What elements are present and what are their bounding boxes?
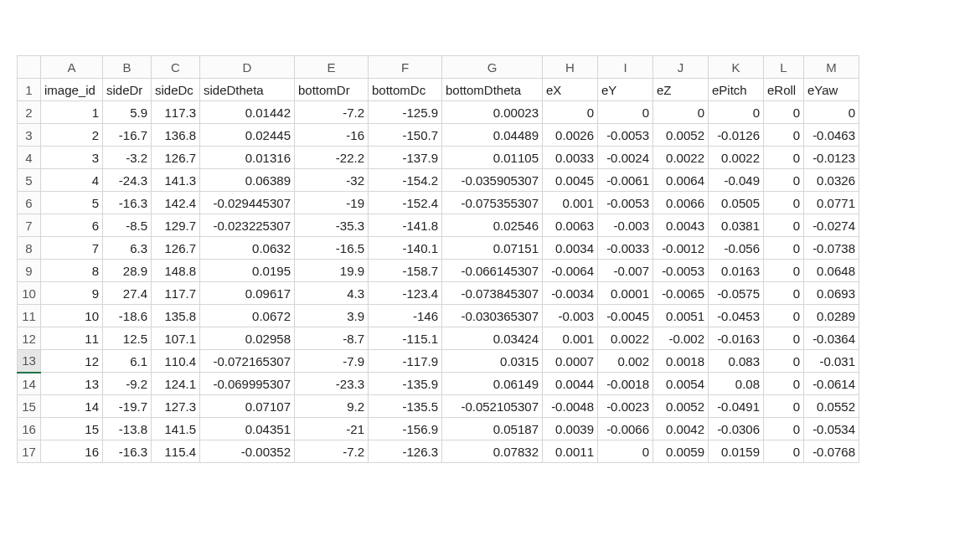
cell-F8[interactable]: -140.1 <box>369 237 442 260</box>
cell-J17[interactable]: 0.0059 <box>653 440 709 463</box>
cell-C6[interactable]: 142.4 <box>152 192 200 214</box>
cell-G6[interactable]: -0.075355307 <box>442 192 543 214</box>
cell-J1[interactable]: eZ <box>653 79 709 101</box>
cell-G14[interactable]: 0.06149 <box>442 373 543 395</box>
cell-I8[interactable]: -0.0033 <box>598 237 653 260</box>
cell-E5[interactable]: -32 <box>295 169 369 192</box>
cell-M1[interactable]: eYaw <box>804 79 859 101</box>
cell-K2[interactable]: 0 <box>709 101 764 124</box>
cell-B12[interactable]: 12.5 <box>103 327 152 350</box>
cell-A10[interactable]: 9 <box>41 282 103 305</box>
cell-A4[interactable]: 3 <box>41 147 103 169</box>
cell-J10[interactable]: -0.0065 <box>653 282 709 305</box>
column-header-H[interactable]: H <box>543 56 598 79</box>
column-header-B[interactable]: B <box>103 56 152 79</box>
cell-A13[interactable]: 12 <box>41 350 103 373</box>
cell-H5[interactable]: 0.0045 <box>543 169 598 192</box>
cell-A14[interactable]: 13 <box>41 373 103 395</box>
cell-M15[interactable]: 0.0552 <box>804 395 859 418</box>
cell-K17[interactable]: 0.0159 <box>709 440 764 463</box>
cell-F4[interactable]: -137.9 <box>369 147 442 169</box>
cell-C4[interactable]: 126.7 <box>152 147 200 169</box>
row-header-17[interactable]: 17 <box>18 440 41 463</box>
cell-C14[interactable]: 124.1 <box>152 373 200 395</box>
cell-L2[interactable]: 0 <box>764 101 804 124</box>
cell-H12[interactable]: 0.001 <box>543 327 598 350</box>
column-header-L[interactable]: L <box>764 56 804 79</box>
column-header-K[interactable]: K <box>709 56 764 79</box>
cell-F12[interactable]: -115.1 <box>369 327 442 350</box>
cell-A3[interactable]: 2 <box>41 124 103 147</box>
cell-J7[interactable]: 0.0043 <box>653 214 709 237</box>
cell-J8[interactable]: -0.0012 <box>653 237 709 260</box>
cell-H13[interactable]: 0.0007 <box>543 350 598 373</box>
cell-J13[interactable]: 0.0018 <box>653 350 709 373</box>
cell-M16[interactable]: -0.0534 <box>804 418 859 440</box>
cell-B5[interactable]: -24.3 <box>103 169 152 192</box>
cell-G11[interactable]: -0.030365307 <box>442 305 543 327</box>
cell-A2[interactable]: 1 <box>41 101 103 124</box>
cell-E10[interactable]: 4.3 <box>295 282 369 305</box>
cell-M17[interactable]: -0.0768 <box>804 440 859 463</box>
cell-L17[interactable]: 0 <box>764 440 804 463</box>
cell-B10[interactable]: 27.4 <box>103 282 152 305</box>
cell-A9[interactable]: 8 <box>41 260 103 282</box>
cell-C1[interactable]: sideDc <box>152 79 200 101</box>
cell-B7[interactable]: -8.5 <box>103 214 152 237</box>
cell-D4[interactable]: 0.01316 <box>200 147 295 169</box>
cell-K12[interactable]: -0.0163 <box>709 327 764 350</box>
cell-C10[interactable]: 117.7 <box>152 282 200 305</box>
cell-E9[interactable]: 19.9 <box>295 260 369 282</box>
cell-B6[interactable]: -16.3 <box>103 192 152 214</box>
cell-F1[interactable]: bottomDc <box>369 79 442 101</box>
cell-D9[interactable]: 0.0195 <box>200 260 295 282</box>
cell-M13[interactable]: -0.031 <box>804 350 859 373</box>
cell-C11[interactable]: 135.8 <box>152 305 200 327</box>
cell-E1[interactable]: bottomDr <box>295 79 369 101</box>
cell-J3[interactable]: 0.0052 <box>653 124 709 147</box>
row-header-15[interactable]: 15 <box>18 395 41 418</box>
cell-H11[interactable]: -0.003 <box>543 305 598 327</box>
cell-B3[interactable]: -16.7 <box>103 124 152 147</box>
cell-G8[interactable]: 0.07151 <box>442 237 543 260</box>
row-header-2[interactable]: 2 <box>18 101 41 124</box>
cell-I5[interactable]: -0.0061 <box>598 169 653 192</box>
cell-L14[interactable]: 0 <box>764 373 804 395</box>
cell-J14[interactable]: 0.0054 <box>653 373 709 395</box>
cell-M6[interactable]: 0.0771 <box>804 192 859 214</box>
cell-G13[interactable]: 0.0315 <box>442 350 543 373</box>
cell-L10[interactable]: 0 <box>764 282 804 305</box>
cell-B15[interactable]: -19.7 <box>103 395 152 418</box>
cell-H10[interactable]: -0.0034 <box>543 282 598 305</box>
cell-F6[interactable]: -152.4 <box>369 192 442 214</box>
cell-A8[interactable]: 7 <box>41 237 103 260</box>
cell-J6[interactable]: 0.0066 <box>653 192 709 214</box>
cell-J5[interactable]: 0.0064 <box>653 169 709 192</box>
cell-J2[interactable]: 0 <box>653 101 709 124</box>
cell-G9[interactable]: -0.066145307 <box>442 260 543 282</box>
cell-K16[interactable]: -0.0306 <box>709 418 764 440</box>
cell-M3[interactable]: -0.0463 <box>804 124 859 147</box>
row-header-8[interactable]: 8 <box>18 237 41 260</box>
cell-D13[interactable]: -0.072165307 <box>200 350 295 373</box>
cell-M9[interactable]: 0.0648 <box>804 260 859 282</box>
cell-F7[interactable]: -141.8 <box>369 214 442 237</box>
cell-E12[interactable]: -8.7 <box>295 327 369 350</box>
cell-B2[interactable]: 5.9 <box>103 101 152 124</box>
cell-G15[interactable]: -0.052105307 <box>442 395 543 418</box>
cell-I3[interactable]: -0.0053 <box>598 124 653 147</box>
cell-K15[interactable]: -0.0491 <box>709 395 764 418</box>
cell-J15[interactable]: 0.0052 <box>653 395 709 418</box>
cell-D1[interactable]: sideDtheta <box>200 79 295 101</box>
cell-C8[interactable]: 126.7 <box>152 237 200 260</box>
cell-D14[interactable]: -0.069995307 <box>200 373 295 395</box>
cell-F10[interactable]: -123.4 <box>369 282 442 305</box>
cell-D11[interactable]: 0.0672 <box>200 305 295 327</box>
cell-F16[interactable]: -156.9 <box>369 418 442 440</box>
cell-H8[interactable]: 0.0034 <box>543 237 598 260</box>
cell-F13[interactable]: -117.9 <box>369 350 442 373</box>
cell-H2[interactable]: 0 <box>543 101 598 124</box>
cell-K6[interactable]: 0.0505 <box>709 192 764 214</box>
cell-H3[interactable]: 0.0026 <box>543 124 598 147</box>
cell-C7[interactable]: 129.7 <box>152 214 200 237</box>
